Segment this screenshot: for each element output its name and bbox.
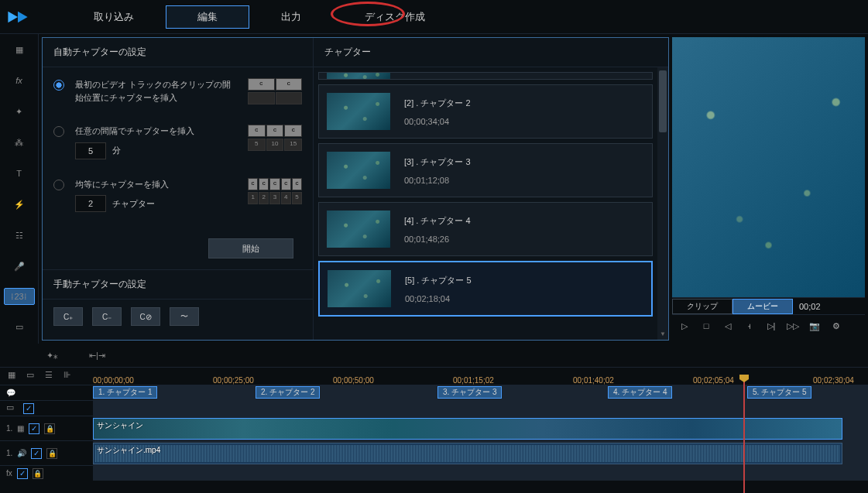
chapter-title: [4] . チャプター 4 <box>404 215 471 227</box>
fx-track: fx ✓ 🔒 <box>0 465 868 481</box>
subtitle-icon[interactable]: ▭ <box>10 317 29 336</box>
snapshot-button[interactable]: 📷 <box>808 320 821 332</box>
chapter-timecode: 00;01;48;26 <box>404 235 471 244</box>
chapter-track-content[interactable]: 1. チャプター 12. チャプター 23. チャプター 34. チャプター 4… <box>93 385 868 400</box>
chapter-item[interactable]: [2] . チャプター 200;00;34;04 <box>318 84 653 139</box>
start-button[interactable]: 開始 <box>208 238 293 258</box>
audio-mix-icon[interactable]: ☷ <box>10 226 29 245</box>
preview-tab-movie[interactable]: ムービー <box>732 299 793 314</box>
chapter-marker[interactable]: 4. チャプター 4 <box>608 386 672 399</box>
video-visible-check[interactable]: ✓ <box>29 423 39 434</box>
ruler-tick: 00;01;40;02 <box>573 376 614 385</box>
ruler-tick: 00;00;00;00 <box>93 376 134 385</box>
ruler-tick: 00;01;15;02 <box>453 376 494 385</box>
tl-tracks-icon[interactable]: ☰ <box>45 370 57 382</box>
speaker-icon: 🔊 <box>17 449 26 457</box>
tab-disc-create[interactable]: ディスク作成 <box>333 5 457 29</box>
chapter-thumbnail <box>327 211 390 248</box>
radio-interval[interactable] <box>53 126 64 137</box>
thumbnail-button[interactable]: 〜 <box>170 307 199 326</box>
fast-fwd-button[interactable]: ▷▷ <box>787 320 799 332</box>
audio-clip[interactable]: サンシャイン.mp4 <box>93 443 842 464</box>
voice-icon[interactable]: 🎤 <box>10 257 29 276</box>
chapter-title: [5] . チャプター 5 <box>405 275 472 286</box>
ruler-tick: 00;00;50;00 <box>333 376 374 385</box>
tl-view2-icon[interactable]: ▭ <box>26 370 39 382</box>
play-button[interactable]: ▷ <box>678 320 691 332</box>
remove-all-button[interactable]: C⊘ <box>131 307 160 326</box>
fx-lock-icon[interactable]: 🔒 <box>33 468 43 479</box>
stop-button[interactable]: □ <box>700 320 712 332</box>
fx-track-content[interactable] <box>93 466 868 481</box>
particle-icon[interactable]: ⁂ <box>10 133 29 152</box>
interval-unit: 分 <box>112 145 121 156</box>
video-track-number: 1. <box>6 424 12 433</box>
chapter-marker[interactable]: 1. チャプター 1 <box>93 386 157 399</box>
audio-waveform <box>95 445 840 462</box>
chapter-scrollbar[interactable]: ▲ ▼ <box>657 67 668 340</box>
tl-markers-icon[interactable]: ⊪ <box>63 370 76 382</box>
tab-import[interactable]: 取り込み <box>62 5 166 29</box>
video-track: 1. ▦ ✓ 🔒 サンシャイン <box>0 416 868 440</box>
even-input[interactable] <box>75 195 106 212</box>
chapter-item[interactable]: [4] . チャプター 400;01;48;26 <box>318 202 653 256</box>
chapter-timecode: 00;01;12;08 <box>404 176 471 185</box>
chapter-item[interactable]: [3] . チャプター 300;01;12;08 <box>318 143 653 197</box>
audio-visible-check[interactable]: ✓ <box>31 448 42 459</box>
add-chapter-button[interactable]: C₊ <box>53 307 83 326</box>
chapter-item[interactable]: [5] . チャプター 500;02;18;04 <box>318 261 653 317</box>
settings-icon[interactable]: ⚙ <box>830 320 842 332</box>
chapter-panel: 自動チャプターの設定 最初のビデオ トラックの各クリップの開始位置にチャプターを… <box>42 37 669 341</box>
radio-interval-label: 任意の間隔でチャプターを挿入 <box>75 125 237 138</box>
audio-track: 1. 🔊 ✓ 🔒 サンシャイン.mp4 <box>0 440 868 465</box>
media-room-icon[interactable]: ▦ <box>10 40 29 59</box>
audio-lock-icon[interactable]: 🔒 <box>46 448 57 459</box>
audio-track-content[interactable]: サンシャイン.mp4 <box>93 441 868 465</box>
magnet-icon[interactable]: ✦⁎ <box>46 351 58 361</box>
scroll-down-icon[interactable]: ▼ <box>659 330 667 338</box>
marker-track-content[interactable] <box>93 401 868 416</box>
chapter-marker[interactable]: 3. チャプター 3 <box>437 386 502 399</box>
fx-icon[interactable]: fx <box>10 71 29 90</box>
pip-icon[interactable]: ✦ <box>10 102 29 121</box>
chapter-track: 💬 1. チャプター 12. チャプター 23. チャプター 34. チャプター… <box>0 385 868 400</box>
chapter-thumbnail <box>327 152 390 189</box>
chapter-room-icon[interactable]: ⁞23⁞ <box>4 288 35 305</box>
video-clip[interactable]: サンシャイン <box>93 418 842 440</box>
chapter-track-icon: 💬 <box>6 389 15 397</box>
title-icon[interactable]: T <box>10 164 29 183</box>
playhead[interactable] <box>743 376 745 493</box>
transition-icon[interactable]: ⚡ <box>10 195 29 214</box>
fx-visible-check[interactable]: ✓ <box>17 468 28 479</box>
interval-input[interactable] <box>75 142 106 159</box>
film-icon: ▦ <box>17 424 24 433</box>
step-fwd-button[interactable]: ▷| <box>765 320 777 332</box>
tl-view-icon[interactable]: ▦ <box>8 370 20 382</box>
track-visible-check[interactable]: ✓ <box>23 403 34 414</box>
tab-output[interactable]: 出力 <box>249 5 333 29</box>
top-bar: 取り込み 編集 出力 ディスク作成 <box>0 0 868 34</box>
prev-frame-button[interactable]: ◁ <box>722 320 734 332</box>
radio-even-label: 均等にチャプターを挿入 <box>75 178 237 191</box>
tab-edit[interactable]: 編集 <box>166 5 249 29</box>
ruler-tick: 00;02;30;04 <box>813 376 854 385</box>
video-track-content[interactable]: サンシャイン <box>93 416 868 440</box>
even-unit: チャプター <box>112 198 155 210</box>
video-lock-icon[interactable]: 🔒 <box>44 423 55 434</box>
chapter-title: [2] . チャプター 2 <box>404 98 471 109</box>
fx-track-label: fx <box>6 469 12 478</box>
step-back-button[interactable]: ⫞ <box>743 320 756 332</box>
split-icon[interactable]: ⇤|⇥ <box>89 351 105 361</box>
preview-timecode: 00;02 <box>799 302 821 311</box>
radio-even[interactable] <box>53 180 64 190</box>
chapter-marker[interactable]: 5. チャプター 5 <box>747 386 811 399</box>
preview-tab-clip[interactable]: クリップ <box>672 299 732 314</box>
scroll-thumb[interactable] <box>659 70 667 132</box>
preview-video[interactable] <box>672 37 865 297</box>
radio-each-clip[interactable] <box>53 80 64 91</box>
marker-icon: ▭ <box>6 402 19 415</box>
chapter-list[interactable]: [2] . チャプター 200;00;34;04[3] . チャプター 300;… <box>314 67 657 340</box>
remove-chapter-button[interactable]: C₋ <box>92 307 122 326</box>
chapter-thumbnail <box>327 93 390 130</box>
chapter-marker[interactable]: 2. チャプター 2 <box>256 386 320 399</box>
